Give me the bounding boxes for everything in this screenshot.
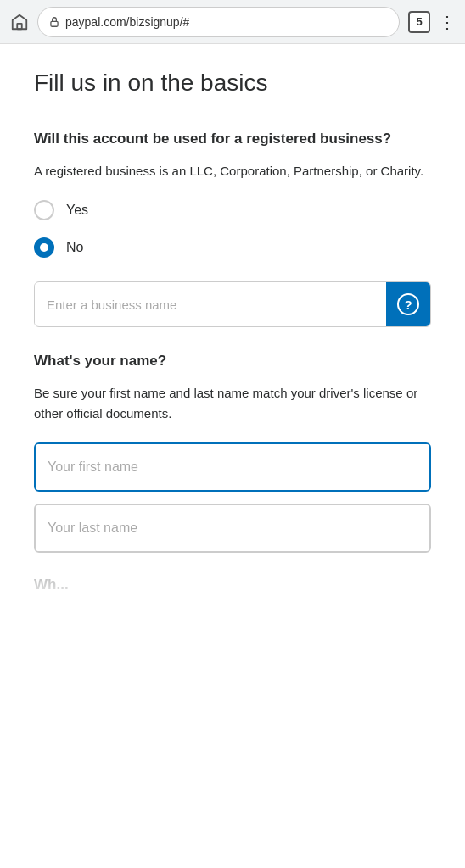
help-icon: ? bbox=[397, 293, 419, 315]
svg-rect-1 bbox=[51, 21, 58, 26]
page-content: Fill us in on the basics Will this accou… bbox=[0, 44, 465, 641]
home-icon[interactable] bbox=[10, 13, 29, 31]
name-section: What's your name? Be sure your first nam… bbox=[34, 351, 431, 553]
name-description: Be sure your first name and last name ma… bbox=[34, 383, 431, 424]
registered-business-section: Will this account be used for a register… bbox=[34, 129, 431, 327]
radio-yes-circle[interactable] bbox=[34, 200, 54, 220]
business-name-input[interactable] bbox=[35, 284, 386, 326]
page-title: Fill us in on the basics bbox=[34, 68, 431, 98]
fade-overlay bbox=[34, 576, 431, 607]
radio-option-no[interactable]: No bbox=[34, 237, 431, 258]
name-heading: What's your name? bbox=[34, 351, 431, 371]
address-bar[interactable]: paypal.com/bizsignup/# bbox=[37, 7, 400, 37]
more-options-icon[interactable]: ⋮ bbox=[439, 12, 455, 32]
registered-business-radio-group: Yes No bbox=[34, 200, 431, 258]
first-name-input[interactable] bbox=[36, 444, 429, 490]
radio-yes-label: Yes bbox=[66, 203, 88, 218]
browser-bar: paypal.com/bizsignup/# 5 ⋮ bbox=[0, 0, 465, 44]
last-name-input-wrapper bbox=[34, 504, 431, 553]
radio-no-label: No bbox=[66, 240, 83, 255]
scroll-fade-hint: Wh... bbox=[34, 576, 431, 607]
first-name-input-wrapper bbox=[34, 442, 431, 492]
business-name-help-button[interactable]: ? bbox=[386, 282, 430, 326]
last-name-input[interactable] bbox=[36, 505, 429, 551]
radio-option-yes[interactable]: Yes bbox=[34, 200, 431, 220]
registered-business-description: A registered business is an LLC, Corpora… bbox=[34, 161, 431, 181]
tab-count-badge[interactable]: 5 bbox=[408, 11, 430, 33]
svg-rect-0 bbox=[17, 23, 22, 28]
registered-business-heading: Will this account be used for a register… bbox=[34, 129, 431, 149]
url-text: paypal.com/bizsignup/# bbox=[65, 15, 189, 29]
business-name-input-row: ? bbox=[34, 281, 431, 327]
radio-no-circle[interactable] bbox=[34, 237, 54, 258]
lock-icon bbox=[48, 16, 60, 28]
